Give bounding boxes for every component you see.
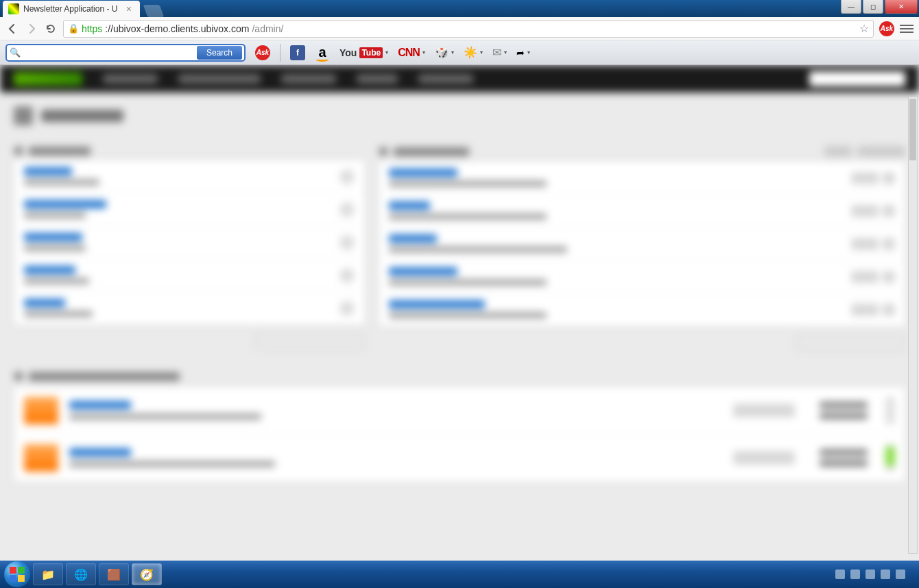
system-tray[interactable]: [835, 569, 915, 579]
action-button[interactable]: [851, 205, 879, 217]
action-button[interactable]: [851, 271, 879, 283]
sent-action-button[interactable]: [733, 451, 795, 465]
action-button[interactable]: [883, 304, 895, 316]
ask-search-button[interactable]: Search: [197, 46, 242, 60]
taskbar-item-ie[interactable]: 🌐: [66, 563, 96, 585]
facebook-bookmark[interactable]: f: [290, 45, 305, 60]
page-title-text: [41, 110, 123, 122]
chart-icon[interactable]: [339, 268, 355, 283]
chart-icon[interactable]: [339, 202, 355, 217]
chrome-menu-icon[interactable]: [900, 22, 914, 36]
action-button[interactable]: [851, 172, 879, 184]
amazon-bookmark[interactable]: a: [315, 45, 330, 60]
add-list-button[interactable]: [255, 333, 365, 350]
cnn-bookmark[interactable]: CNN ▾: [398, 47, 425, 59]
page-scrollbar[interactable]: [908, 97, 918, 554]
app-logo[interactable]: [14, 72, 82, 86]
games-bookmark[interactable]: 🎲 ▾: [435, 46, 454, 59]
section-icon: [14, 146, 23, 156]
tab-close-icon[interactable]: ×: [126, 3, 132, 14]
window-titlebar: Newsletter Application - U × — ◻ ✕: [0, 0, 919, 17]
tab-favicon: [8, 3, 19, 14]
app-nav-item[interactable]: [418, 74, 473, 84]
taskbar-item-explorer[interactable]: 📁: [33, 563, 63, 585]
new-tab-button[interactable]: [143, 5, 165, 17]
nav-back-icon[interactable]: [5, 22, 19, 36]
weather-icon: ☀️: [464, 46, 477, 59]
list-item[interactable]: [379, 228, 905, 260]
bookmark-star-icon[interactable]: ☆: [859, 22, 869, 35]
chart-icon[interactable]: [339, 235, 355, 250]
scrollbar-thumb[interactable]: [909, 99, 916, 160]
app-search-input[interactable]: [809, 71, 905, 86]
action-button[interactable]: [883, 172, 895, 184]
weather-bookmark[interactable]: ☀️ ▾: [464, 46, 483, 59]
nav-reload-icon[interactable]: [44, 22, 58, 36]
search-icon: 🔍: [7, 47, 23, 58]
list-item[interactable]: [14, 259, 364, 292]
action-button[interactable]: [851, 304, 879, 316]
action-button[interactable]: [883, 205, 895, 217]
app-nav-item[interactable]: [178, 74, 261, 84]
window-minimize-button[interactable]: —: [841, 0, 861, 14]
sent-action-button[interactable]: [733, 404, 795, 417]
sent-section-title: [14, 371, 905, 381]
mail-bookmark[interactable]: ✉ ▾: [492, 46, 507, 59]
window-controls: — ◻ ✕: [841, 0, 918, 14]
chevron-down-icon: ▾: [451, 49, 454, 56]
filter-control[interactable]: [857, 146, 905, 157]
window-close-button[interactable]: ✕: [885, 0, 918, 14]
sent-progress: [885, 444, 895, 471]
sent-item[interactable]: [14, 434, 905, 481]
taskbar-item-chrome[interactable]: 🧭: [132, 563, 162, 585]
ask-toolbar-icon[interactable]: Ask: [255, 45, 270, 60]
lock-icon: 🔒: [68, 23, 79, 34]
url-path: /admin/: [252, 23, 283, 34]
create-newsletter-button[interactable]: [796, 334, 905, 351]
tray-icon[interactable]: [835, 569, 845, 579]
ask-extension-icon[interactable]: Ask: [879, 21, 894, 36]
chevron-down-icon: ▾: [527, 49, 530, 56]
tray-icon[interactable]: [896, 569, 905, 579]
app-nav-item[interactable]: [281, 74, 336, 84]
window-maximize-button[interactable]: ◻: [863, 0, 883, 14]
taskbar-item-app[interactable]: 🟫: [99, 563, 129, 585]
filter-control[interactable]: [824, 146, 852, 157]
address-bar[interactable]: 🔒 https ://ubivox-demo.clients.ubivox.co…: [63, 20, 874, 38]
list-item[interactable]: [14, 160, 364, 193]
chart-icon[interactable]: [339, 169, 355, 184]
tray-icon[interactable]: [866, 569, 875, 579]
browser-tab-active[interactable]: Newsletter Application - U ×: [3, 1, 140, 17]
action-button[interactable]: [883, 238, 895, 250]
list-item[interactable]: [14, 292, 364, 324]
chart-icon[interactable]: [339, 301, 355, 316]
list-item[interactable]: [379, 260, 905, 293]
app-nav-item[interactable]: [357, 74, 398, 84]
action-button[interactable]: [883, 271, 895, 283]
app-nav-item[interactable]: [103, 74, 158, 84]
section-title: [29, 147, 91, 156]
page-title: [14, 106, 905, 125]
start-button[interactable]: [4, 561, 30, 587]
list-item[interactable]: [379, 195, 905, 228]
list-item[interactable]: [14, 226, 364, 259]
url-host: ://ubivox-demo.clients.ubivox.com: [105, 23, 249, 34]
youtube-bookmark[interactable]: YouTube ▾: [339, 47, 388, 58]
chevron-down-icon: ▾: [385, 49, 388, 56]
nav-forward-icon[interactable]: [25, 22, 38, 36]
ask-search-box[interactable]: 🔍 Search: [5, 44, 246, 62]
chrome-tabstrip: Newsletter Application - U ×: [3, 0, 162, 17]
newsletters-panel: [379, 161, 905, 326]
share-bookmark[interactable]: ➦ ▾: [516, 47, 530, 58]
tray-icon[interactable]: [850, 569, 860, 579]
list-item[interactable]: [379, 162, 905, 195]
list-item[interactable]: [14, 193, 364, 226]
sent-stats: [820, 449, 868, 467]
action-button[interactable]: [851, 238, 879, 250]
list-item[interactable]: [379, 293, 905, 326]
sent-item[interactable]: [14, 387, 905, 434]
ask-search-input[interactable]: [23, 47, 195, 58]
tray-icon[interactable]: [881, 569, 890, 579]
dashboard-icon: [14, 106, 33, 125]
dice-icon: 🎲: [435, 46, 449, 59]
